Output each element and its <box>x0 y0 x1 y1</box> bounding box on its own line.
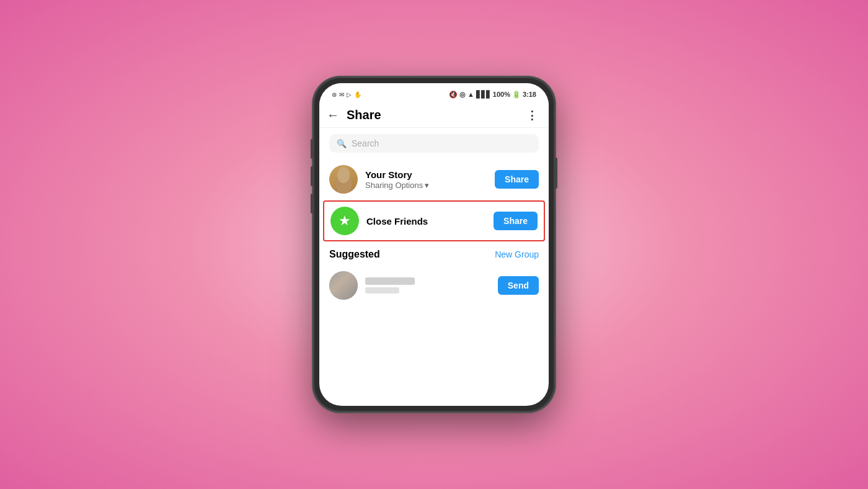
close-friends-avatar: ★ <box>330 207 359 235</box>
mute-icon: 🔇 <box>449 91 458 99</box>
new-group-button[interactable]: New Group <box>495 249 539 259</box>
media-icon: ▷ <box>347 91 352 98</box>
page-title: Share <box>347 108 381 122</box>
share-list: Your Story Sharing Options ▾ Share ★ Clo… <box>319 159 549 406</box>
close-friends-item: ★ Close Friends Share <box>323 200 545 241</box>
chevron-down-icon: ▾ <box>425 181 429 190</box>
suggested-send-button[interactable]: Send <box>498 276 539 295</box>
more-menu-button[interactable]: ⋮ <box>526 109 539 122</box>
suggested-name-blurred <box>365 277 415 285</box>
suggested-info <box>365 277 490 294</box>
search-container: 🔍 Search <box>319 128 549 159</box>
suggested-sub-blurred <box>365 287 399 294</box>
whatsapp-icon: ⊛ <box>332 91 337 98</box>
search-icon: 🔍 <box>337 139 347 148</box>
your-story-title: Your Story <box>365 169 487 180</box>
suggested-avatar <box>329 271 358 300</box>
search-box[interactable]: 🔍 Search <box>329 134 539 153</box>
your-story-item: Your Story Sharing Options ▾ Share <box>319 159 549 200</box>
star-icon: ★ <box>339 213 351 229</box>
back-button[interactable]: ← <box>327 108 339 122</box>
close-friends-share-button[interactable]: Share <box>494 212 538 230</box>
mail-icon: ✉ <box>339 91 344 98</box>
status-left-icons: ⊛ ✉ ▷ ✋ <box>332 91 361 98</box>
suggested-item-1: Send <box>319 265 549 306</box>
your-story-share-button[interactable]: Share <box>495 170 539 189</box>
your-story-info: Your Story Sharing Options ▾ <box>365 169 487 190</box>
phone-container: ⊛ ✉ ▷ ✋ 🔇 ◎ ▲ ▋▋▋ 100% 🔋 3:18 ← Share <box>313 77 555 412</box>
wifi-icon: ▲ <box>467 91 474 98</box>
signal-icon: ▋▋▋ <box>476 91 491 99</box>
battery-icon: 🔋 <box>512 91 521 99</box>
app-header: ← Share ⋮ <box>319 103 549 128</box>
your-story-subtitle: Sharing Options ▾ <box>365 181 487 190</box>
suggested-section-header: Suggested New Group <box>319 241 549 265</box>
search-placeholder: Search <box>352 138 379 148</box>
status-right-icons: 🔇 ◎ ▲ ▋▋▋ 100% 🔋 3:18 <box>449 91 536 99</box>
status-bar: ⊛ ✉ ▷ ✋ 🔇 ◎ ▲ ▋▋▋ 100% 🔋 3:18 <box>319 83 549 103</box>
clock-icon: ◎ <box>459 91 466 99</box>
close-friends-title: Close Friends <box>366 216 486 227</box>
suggested-title: Suggested <box>329 249 380 260</box>
clock-time: 3:18 <box>523 91 536 98</box>
your-story-avatar <box>329 165 358 194</box>
battery-percent: 100% <box>493 91 510 98</box>
hand-icon: ✋ <box>354 91 361 98</box>
close-friends-info: Close Friends <box>366 216 486 227</box>
phone-screen: ⊛ ✉ ▷ ✋ 🔇 ◎ ▲ ▋▋▋ 100% 🔋 3:18 ← Share <box>319 83 549 406</box>
header-left: ← Share <box>327 108 381 122</box>
